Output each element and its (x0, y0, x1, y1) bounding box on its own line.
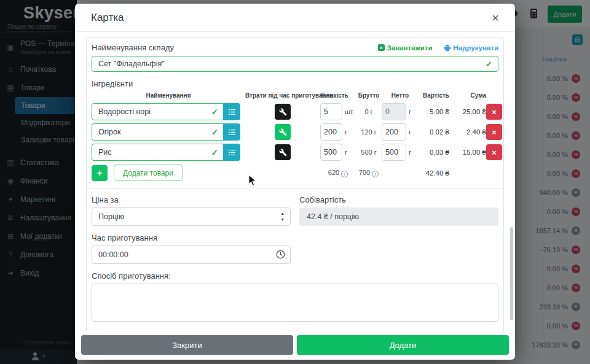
brutto-total: 620i (320, 169, 356, 177)
modal-body: Найменування складу x Завантажити Надрук… (75, 32, 515, 331)
quantity-input[interactable] (320, 103, 342, 120)
quantity-unit: г (345, 128, 347, 136)
recipe-card: Найменування складу x Завантажити Надрук… (86, 37, 504, 331)
download-link[interactable]: x Завантажити (378, 44, 433, 52)
ingredients-label: Інгредієнти (92, 79, 498, 88)
bullet-list-icon (228, 108, 236, 116)
info-icon: i (372, 171, 379, 177)
excel-icon: x (378, 44, 385, 51)
col-header-qty: Кількість (320, 92, 356, 99)
card-modal: Картка × Найменування складу x Завантажи… (75, 4, 515, 360)
ingredient-name-input[interactable] (92, 123, 223, 141)
col-header-brutto: Брутто (356, 92, 382, 99)
sum-value: 25.00 ₴ (449, 108, 486, 115)
price-value: 0.03 ₴ (419, 149, 449, 156)
netto-unit: г (409, 149, 411, 156)
price-value: 0.02 ₴ (419, 128, 449, 136)
ingredient-row: ✓ шт. 0 г г 5.00 ₴ 25.00 ₴ × (92, 103, 498, 120)
ingredients-table-header: Найменування Втрати під час приготування… (92, 92, 498, 99)
sum-value: 2.40 ₴ (449, 128, 486, 136)
price-value: 5.00 ₴ (419, 108, 449, 115)
ingredient-row: ✓ г 120 г г 0.02 ₴ 2.40 ₴ × (92, 123, 498, 141)
modal-footer: Закрити Додати (75, 331, 515, 360)
loss-settings-button[interactable] (275, 124, 291, 140)
divider (87, 188, 503, 189)
delete-ingredient-button[interactable]: × (486, 144, 502, 160)
modal-title: Картка (91, 12, 124, 24)
ingredient-list-button[interactable] (223, 103, 240, 120)
close-icon[interactable]: × (492, 12, 499, 24)
print-link[interactable]: Надрукувати (444, 44, 498, 52)
bullet-list-icon (228, 149, 236, 157)
quantity-input[interactable] (320, 123, 342, 141)
netto-unit: г (409, 128, 411, 136)
ingredient-row: ✓ г 500 г г 0.03 ₴ 15.00 ₴ × (92, 144, 498, 161)
check-icon: ✓ (211, 107, 218, 117)
storage-name-input[interactable] (92, 56, 498, 72)
netto-input[interactable] (382, 144, 406, 161)
add-goods-button[interactable]: Додати товари (114, 165, 183, 181)
printer-icon (444, 44, 451, 52)
info-icon: i (341, 171, 348, 177)
delete-ingredient-button[interactable]: × (486, 124, 502, 140)
netto-input[interactable] (382, 123, 406, 141)
brutto-value: 120 г (356, 128, 382, 136)
wrench-icon (279, 128, 287, 136)
delete-ingredient-button[interactable]: × (486, 104, 502, 120)
modal-scrollbar[interactable] (510, 227, 513, 320)
sum-value: 15.00 ₴ (449, 149, 486, 156)
brutto-value: 0 г (356, 108, 382, 115)
check-icon: ✓ (211, 148, 218, 157)
close-modal-button[interactable]: Закрити (81, 335, 293, 355)
clock-icon[interactable] (276, 250, 285, 261)
loss-settings-button[interactable] (275, 144, 291, 160)
netto-input[interactable] (382, 103, 406, 120)
price-per-label: Ціна за (92, 195, 291, 204)
submit-add-button[interactable]: Додати (297, 335, 509, 355)
brutto-value: 500 г (356, 149, 382, 156)
check-icon: ✓ (486, 60, 492, 69)
storage-name-label: Найменування складу (92, 43, 174, 52)
quantity-input[interactable] (320, 144, 342, 161)
cost-value: 42.4 ₴ / порцію (299, 207, 498, 226)
cost-label: Собівартість (299, 195, 498, 204)
bullet-list-icon (228, 128, 236, 136)
ingredient-list-button[interactable] (223, 123, 240, 141)
loss-settings-button[interactable] (275, 104, 291, 120)
sum-total: 42.40 ₴ (419, 169, 449, 177)
col-header-netto: Нетто (382, 92, 419, 99)
cooking-method-textarea[interactable] (92, 284, 498, 322)
select-arrows-icon: ▲▼ (281, 211, 285, 223)
col-header-loss: Втрати під час приготування (245, 92, 320, 99)
col-header-sum: Сума (449, 92, 486, 99)
col-header-price: Вартість (419, 92, 449, 99)
cooking-time-input[interactable] (92, 246, 291, 264)
col-header-name: Найменування (92, 92, 245, 99)
netto-unit: г (409, 108, 411, 115)
ingredient-list-button[interactable] (223, 144, 240, 161)
check-icon: ✓ (211, 128, 218, 137)
add-ingredient-button[interactable]: + (92, 165, 108, 181)
mouse-cursor (248, 174, 257, 187)
quantity-unit: г (345, 149, 347, 156)
cooking-method-label: Спосіб приготування: (92, 271, 498, 281)
modal-header: Картка × (75, 4, 515, 32)
quantity-unit: шт. (345, 108, 355, 115)
wrench-icon (279, 149, 287, 157)
ingredients-footer-row: + Додати товари 620i 700i 42.40 ₴ (92, 165, 498, 181)
ingredient-name-input[interactable] (92, 144, 223, 161)
screen: Skyservice ▣ POS — Термінал Перейдіть на… (0, 0, 590, 364)
cooking-time-label: Час приготування (92, 233, 291, 242)
wrench-icon (279, 108, 287, 116)
price-per-select[interactable]: Порцію ▲▼ (92, 207, 291, 226)
ingredient-name-input[interactable] (92, 103, 223, 120)
netto-total: 700i (356, 169, 382, 177)
